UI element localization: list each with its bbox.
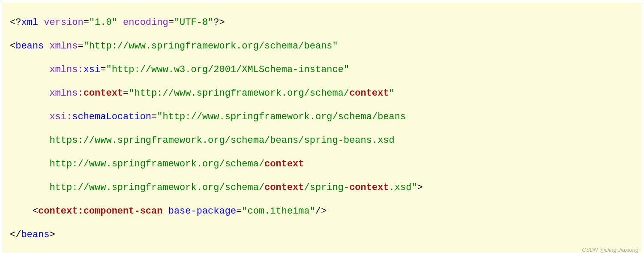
attr-encoding: encoding [123,17,168,28]
val-base-package: "com.itheima" [242,206,315,217]
val-schemaloc-4-pre: http://www.springframework.org/schema/ [49,182,264,193]
tag-component-scan: component-scan [84,206,163,217]
tag-beans-open: beans [15,41,44,51]
punct-open-pi: <? [10,17,21,28]
val-xmlns-xsi: "http://www.w3.org/2001/XMLSchema-instan… [106,64,349,75]
xml-code-block: <?xml version="1.0" encoding="UTF-8"?> <… [2,2,642,253]
watermark-text: CSDN @Ding Jiaxiong [582,247,638,253]
val-schemaloc-2: https://www.springframework.org/schema/b… [49,135,394,146]
code-line-9: <context:component-scan base-package="co… [10,206,326,217]
punct-close-pi: ?> [213,17,225,28]
code-line-1: <?xml version="1.0" encoding="UTF-8"?> [10,17,225,28]
val-schemaloc-3-pre: http://www.springframework.org/schema/ [49,159,264,169]
code-line-5: xsi:schemaLocation="http://www.springfra… [10,111,406,122]
ns-xsi-prefix: xsi: [49,111,72,122]
code-line-10: </beans> [10,229,55,240]
tag-xml: xml [21,17,38,28]
code-line-6: https://www.springframework.org/schema/b… [10,135,395,146]
code-line-7: http://www.springframework.org/schema/co… [10,159,304,169]
val-schemaloc-1: http://www.springframework.org/schema/be… [162,111,406,122]
val-xmlns-context-kw: context [349,88,389,99]
val-xmlns-beans: "http://www.springframework.org/schema/b… [84,41,338,51]
val-encoding: "UTF-8" [174,17,213,28]
val-version: "1.0" [89,17,117,28]
attr-xmlns-prefix: xmlns: [49,64,83,75]
code-line-2: <beans xmlns="http://www.springframework… [10,41,338,51]
attr-xmlns: xmlns [49,41,78,51]
val-schemaloc-3-ctx: context [264,159,304,169]
ns-xsi: xsi [84,64,101,75]
tag-beans-close: beans [21,229,49,240]
attr-version: version [44,17,83,28]
code-line-3: xmlns:xsi="http://www.w3.org/2001/XMLSch… [10,64,349,75]
attr-base-package: base-package [168,206,236,217]
code-line-8: http://www.springframework.org/schema/co… [10,182,423,193]
val-xmlns-context-pre: http://www.springframework.org/schema/ [134,88,349,99]
attr-schemalocation: schemaLocation [72,111,151,122]
code-line-4: xmlns:context="http://www.springframewor… [10,88,395,99]
ns-context: context [84,88,123,99]
tag-context-prefix: context [38,206,78,217]
